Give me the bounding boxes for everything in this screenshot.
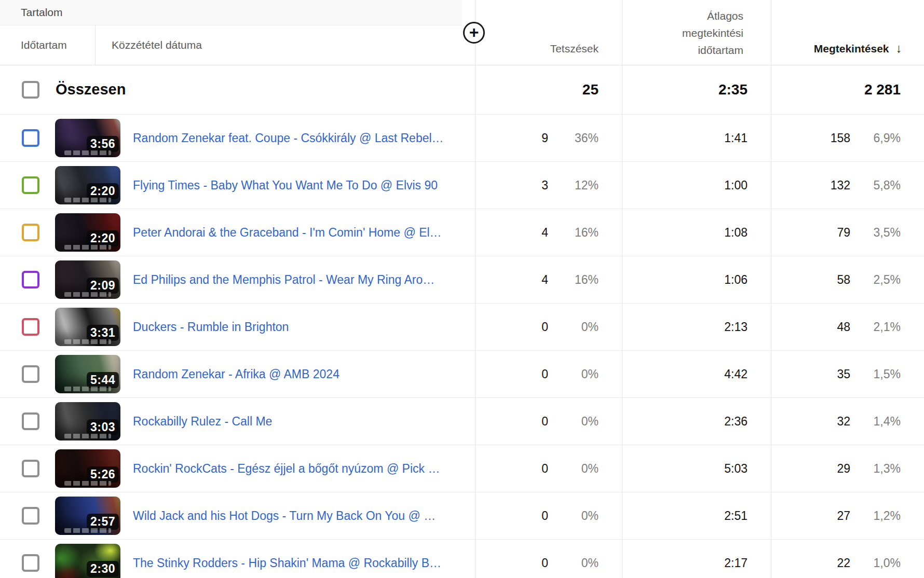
likes-count: 0 [541,509,548,523]
avg-view-duration: 1:00 [724,178,748,192]
likes-percent: 16% [548,226,599,240]
duration-badge: 2:20 [87,230,119,246]
views-percent: 3,5% [850,226,901,240]
content-tab-strip: Tartalom [0,0,462,25]
column-header-views[interactable]: Megtekintések ↓ [814,42,902,56]
table-row: 3:03 Rockabilly Rulez - Call Me 00% 2:36… [0,398,924,445]
views-count: 29 [837,462,850,476]
video-thumbnail[interactable]: 5:26 [55,449,120,488]
table-row: 3:31 Duckers - Rumble in Brighton 00% 2:… [0,304,924,351]
sort-descending-icon: ↓ [896,41,902,56]
likes-count: 0 [541,556,548,570]
video-title-link[interactable]: Random Zenekar feat. Coupe - Csókkirály … [133,131,444,145]
total-views: 2 281 [864,81,901,98]
video-thumbnail[interactable]: 5:44 [55,355,120,393]
likes-count: 3 [541,178,548,192]
column-header-publish-date[interactable]: Közzététel dátuma [112,25,202,65]
views-percent: 5,8% [850,178,901,192]
table-row: 5:26 Rockin' RockCats - Egész éjjel a bő… [0,445,924,492]
video-title-link[interactable]: Duckers - Rumble in Brighton [133,320,289,334]
avg-view-duration: 4:42 [724,367,748,381]
row-checkbox[interactable] [22,412,39,430]
video-title-link[interactable]: Peter Andorai & the Graceband - I'm Comi… [133,226,442,240]
row-checkbox[interactable] [22,460,39,477]
likes-count: 0 [541,462,548,476]
likes-count: 9 [541,131,548,145]
likes-count: 4 [541,226,548,240]
views-count: 27 [837,509,850,523]
totals-row: Összesen 25 2:35 2 281 [0,65,924,115]
avg-view-duration: 1:06 [724,273,748,287]
duration-badge: 2:57 [87,514,119,530]
views-header-label: Megtekintések [814,43,889,55]
row-checkbox[interactable] [22,365,39,383]
likes-count: 0 [541,367,548,381]
duration-badge: 2:30 [87,561,119,577]
likes-percent: 0% [548,320,599,334]
table-row: 2:20 Flying Times - Baby What You Want M… [0,162,924,209]
views-count: 48 [837,320,850,334]
select-all-checkbox[interactable] [22,81,39,99]
video-title-link[interactable]: Flying Times - Baby What You Want Me To … [133,178,438,192]
avg-view-duration: 2:36 [724,415,748,429]
table-header-row: Időtartam Közzététel dátuma [0,25,924,65]
row-checkbox[interactable] [22,318,39,336]
likes-percent: 0% [548,556,599,570]
video-thumbnail[interactable]: 2:30 [55,544,120,578]
row-checkbox[interactable] [22,224,39,241]
views-count: 35 [837,367,850,381]
avg-view-duration: 5:03 [724,462,748,476]
column-header-likes[interactable]: Tetszések [550,43,599,55]
views-percent: 1,5% [850,367,901,381]
avg-view-duration: 2:17 [724,556,748,570]
row-checkbox[interactable] [22,554,39,572]
row-checkbox[interactable] [22,507,39,525]
video-thumbnail[interactable]: 2:57 [55,497,120,535]
avg-view-duration: 2:13 [724,320,748,334]
video-thumbnail[interactable]: 2:20 [55,166,120,204]
table-row: 5:44 Random Zenekar - Afrika @ AMB 2024 … [0,351,924,398]
row-checkbox[interactable] [22,271,39,288]
tab-tartalom[interactable]: Tartalom [21,6,63,19]
table-row: 2:20 Peter Andorai & the Graceband - I'm… [0,209,924,256]
table-row: 2:30 The Stinky Rodders - Hip Shakin' Ma… [0,540,924,578]
video-title-link[interactable]: Random Zenekar - Afrika @ AMB 2024 [133,367,339,381]
views-count: 158 [831,131,850,145]
duration-badge: 3:03 [87,419,119,435]
likes-percent: 16% [548,273,599,287]
video-thumbnail[interactable]: 3:56 [55,119,120,157]
video-title-link[interactable]: The Stinky Rodders - Hip Shakin' Mama @ … [133,556,441,570]
add-metric-column-button[interactable]: + [463,22,485,44]
header-divider [95,25,96,65]
video-thumbnail[interactable]: 3:31 [55,308,120,346]
views-percent: 1,2% [850,509,901,523]
likes-percent: 0% [548,367,599,381]
video-thumbnail[interactable]: 3:03 [55,402,120,441]
likes-percent: 12% [548,178,599,192]
duration-badge: 3:56 [87,136,119,152]
duration-badge: 3:31 [87,325,119,341]
views-percent: 1,4% [850,415,901,429]
views-percent: 6,9% [850,131,901,145]
duration-badge: 5:44 [87,372,119,388]
column-header-avg-view-duration[interactable]: Átlagos megtekintési időtartam [682,7,743,59]
video-thumbnail[interactable]: 2:09 [55,260,120,299]
row-checkbox[interactable] [22,129,39,147]
video-title-link[interactable]: Ed Philips and the Memphis Patrol - Wear… [133,273,434,287]
views-count: 79 [837,226,850,240]
video-title-link[interactable]: Rockin' RockCats - Egész éjjel a bőgőt n… [133,462,440,476]
totals-label: Összesen [56,81,126,98]
total-avg-view-duration: 2:35 [718,81,748,98]
video-thumbnail[interactable]: 2:20 [55,213,120,252]
likes-percent: 0% [548,462,599,476]
duration-badge: 2:09 [87,278,119,294]
video-title-link[interactable]: Rockabilly Rulez - Call Me [133,415,272,429]
duration-badge: 2:20 [87,183,119,199]
video-title-link[interactable]: Wild Jack and his Hot Dogs - Turn My Bac… [133,509,436,523]
views-percent: 2,5% [850,273,901,287]
row-checkbox[interactable] [22,176,39,194]
avg-view-duration: 2:51 [724,509,748,523]
likes-percent: 0% [548,509,599,523]
column-header-duration[interactable]: Időtartam [21,25,67,65]
likes-count: 4 [541,273,548,287]
